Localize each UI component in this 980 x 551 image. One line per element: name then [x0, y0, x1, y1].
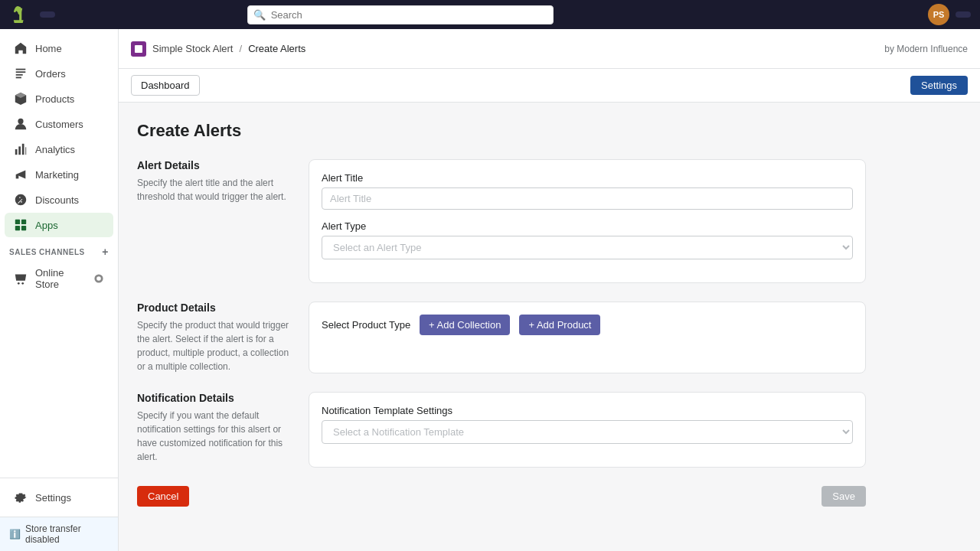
alert-details-desc: Specify the alert title and the alert th…	[137, 176, 290, 204]
settings-button[interactable]: Settings	[910, 76, 968, 95]
sidebar-nav: Home Orders Products Customers	[0, 29, 118, 478]
sidebar-item-online-store[interactable]: Online Store	[5, 262, 113, 295]
main-content: Simple Stock Alert / Create Alerts by Mo…	[119, 29, 980, 551]
online-store-icon	[14, 272, 28, 285]
svg-rect-1	[16, 71, 26, 73]
sidebar: Home Orders Products Customers	[0, 29, 119, 551]
alert-title-label: Alert Title	[322, 172, 853, 184]
info-icon: ℹ️	[9, 529, 21, 540]
alert-details-section: Alert Details Specify the alert title an…	[137, 159, 866, 283]
analytics-icon	[14, 142, 28, 156]
svg-point-4	[18, 119, 23, 124]
sidebar-item-marketing[interactable]: Marketing	[5, 162, 113, 187]
dashboard-button[interactable]: Dashboard	[131, 75, 200, 96]
product-details-desc: Specify the product that would trigger t…	[137, 318, 290, 373]
svg-rect-13	[21, 226, 26, 230]
sidebar-item-customers[interactable]: Customers	[5, 112, 113, 136]
svg-rect-7	[22, 144, 24, 155]
product-details-right: Select Product Type + Add Collection + A…	[309, 302, 866, 373]
add-collection-button[interactable]: + Add Collection	[420, 315, 510, 335]
discounts-icon	[14, 193, 28, 207]
notification-details-right: Notification Template Settings Select a …	[309, 392, 866, 468]
store-transfer-banner: ℹ️ Store transfer disabled	[0, 517, 118, 551]
notification-details-desc: Specify if you want the default notifica…	[137, 409, 290, 464]
notification-template-select[interactable]: Select a Notification Template	[322, 420, 853, 444]
app-layout: Home Orders Products Customers	[0, 29, 980, 551]
settings-icon	[14, 491, 28, 504]
app-icon	[131, 41, 146, 57]
product-type-row: Select Product Type + Add Collection + A…	[322, 315, 853, 335]
marketing-icon	[14, 168, 28, 181]
add-product-button[interactable]: + Add Product	[519, 315, 600, 335]
sidebar-item-home[interactable]: Home	[5, 36, 113, 60]
alert-type-label: Alert Type	[322, 220, 853, 232]
alert-details-left: Alert Details Specify the alert title an…	[137, 159, 290, 283]
search-icon: 🔍	[253, 9, 266, 21]
sidebar-item-products[interactable]: Products	[5, 86, 113, 111]
svg-rect-6	[18, 146, 21, 155]
alert-title-input[interactable]	[322, 187, 853, 210]
sidebar-item-discounts[interactable]: Discounts	[5, 187, 113, 212]
store-name[interactable]	[40, 11, 55, 18]
online-store-settings-icon[interactable]	[93, 273, 104, 284]
svg-rect-8	[25, 147, 26, 155]
app-toolbar: Dashboard Settings	[119, 69, 980, 103]
alert-title-field: Alert Title	[322, 172, 853, 210]
customers-icon	[14, 117, 28, 131]
sales-channels-section: SALES CHANNELS +	[0, 238, 118, 261]
alert-details-title: Alert Details	[137, 159, 290, 171]
notification-template-field: Notification Template Settings Select a …	[322, 405, 853, 444]
orders-icon	[14, 67, 28, 80]
svg-point-14	[18, 282, 20, 285]
page-title: Create Alerts	[137, 121, 866, 141]
svg-rect-9	[16, 174, 19, 178]
add-sales-channel-icon[interactable]: +	[102, 246, 109, 258]
product-details-section: Product Details Specify the product that…	[137, 302, 866, 373]
product-details-left: Product Details Specify the product that…	[137, 302, 290, 373]
svg-point-15	[21, 282, 24, 285]
search-bar: 🔍	[247, 5, 554, 24]
search-input[interactable]	[247, 5, 554, 24]
product-details-title: Product Details	[137, 302, 290, 314]
alert-details-right: Alert Title Alert Type Select an Alert T…	[309, 159, 866, 283]
home-icon	[14, 41, 28, 55]
alert-type-select[interactable]: Select an Alert TypeLow Stock AlertOut o…	[322, 236, 853, 259]
store-button[interactable]	[956, 11, 971, 18]
sidebar-item-analytics[interactable]: Analytics	[5, 137, 113, 161]
sidebar-item-settings[interactable]: Settings	[5, 485, 113, 510]
form-content: Create Alerts Alert Details Specify the …	[119, 103, 884, 543]
svg-rect-10	[15, 220, 20, 224]
products-icon	[14, 92, 28, 106]
top-nav-right: PS	[928, 4, 971, 25]
app-header: Simple Stock Alert / Create Alerts by Mo…	[119, 29, 980, 69]
form-actions: Cancel Save	[137, 486, 866, 525]
svg-rect-11	[21, 220, 26, 224]
svg-rect-2	[16, 74, 23, 76]
shopify-logo	[9, 4, 31, 25]
apps-icon	[14, 218, 28, 232]
avatar: PS	[928, 4, 949, 25]
save-button[interactable]: Save	[822, 486, 866, 507]
breadcrumb: Simple Stock Alert / Create Alerts	[131, 41, 305, 57]
notification-details-left: Notification Details Specify if you want…	[137, 392, 290, 468]
svg-rect-12	[15, 226, 20, 230]
sidebar-item-orders[interactable]: Orders	[5, 61, 113, 86]
cancel-button[interactable]: Cancel	[137, 486, 189, 507]
sidebar-item-apps[interactable]: Apps	[5, 213, 113, 237]
svg-rect-0	[16, 69, 26, 70]
notification-template-label: Notification Template Settings	[322, 405, 853, 416]
alert-type-field: Alert Type Select an Alert TypeLow Stock…	[322, 220, 853, 259]
svg-rect-3	[16, 77, 21, 79]
notification-details-section: Notification Details Specify if you want…	[137, 392, 866, 468]
sidebar-footer: Settings	[0, 478, 118, 517]
select-product-type-label: Select Product Type	[322, 319, 410, 331]
top-nav: 🔍 PS	[0, 0, 980, 29]
notification-details-title: Notification Details	[137, 392, 290, 404]
svg-rect-5	[15, 149, 18, 155]
